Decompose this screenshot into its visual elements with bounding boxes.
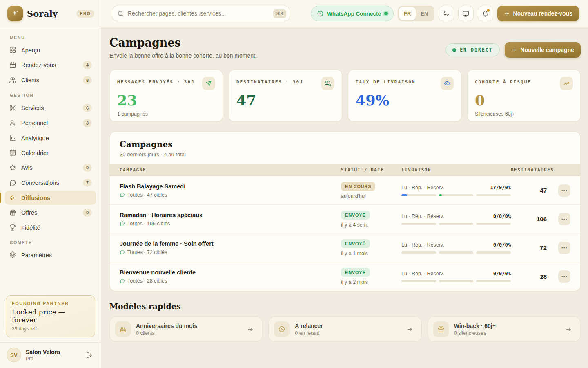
quick-template-card[interactable]: À relancer 0 en retard (268, 316, 421, 342)
table-row[interactable]: Flash Balayage Samedi Toutes · 47 ciblés… (110, 176, 580, 205)
sidebar: Soraly PRO MENU Aperçu Rendez-vous4 Clie… (0, 0, 101, 368)
search-input[interactable] (128, 10, 270, 17)
row-more-button[interactable]: ⋯ (558, 213, 570, 225)
sidebar-item-label: Paramètres (21, 252, 92, 258)
delivery-percentages: 0/0/0% (493, 213, 511, 219)
sidebar-item-badge: 4 (83, 61, 92, 69)
status-date: il y a 1 mois (341, 251, 401, 256)
notifications-button[interactable] (478, 6, 493, 21)
row-more-button[interactable]: ⋯ (558, 242, 570, 254)
quick-template-title: Win-back · 60j+ (454, 323, 560, 329)
quick-template-card[interactable]: Anniversaires du mois 0 clients (109, 316, 263, 342)
table-row[interactable]: Journée de la femme · Soin offert Toutes… (110, 233, 580, 262)
stat-sub: 1 campagnes (117, 111, 215, 117)
status-cell: EN COURS aujourd'hui (341, 182, 401, 199)
stat-card: COHORTE À RISQUE 0 Silencieuses 60j+ (467, 70, 581, 122)
user-plan: Pro (26, 356, 79, 361)
new-campaign-label: Nouvelle campagne (521, 47, 575, 53)
stat-label: TAUX DE LIVRAISON (356, 77, 416, 85)
campaign-target-label: Toutes · 28 ciblés (127, 278, 167, 284)
row-more-button[interactable]: ⋯ (558, 270, 570, 283)
sidebar-item-fidelite[interactable]: Fidélité (5, 220, 96, 235)
sidebar-item-avis[interactable]: Avis0 (5, 160, 96, 175)
logout-icon (86, 352, 93, 359)
recipients-count: 72 (511, 244, 547, 251)
lang-en-button[interactable]: EN (416, 7, 433, 20)
sidebar-item-badge: 7 (83, 179, 92, 187)
delivery-cell: Lu · Rép. · Réserv. 0/0/0% (401, 271, 511, 282)
delivery-bar-fill (401, 194, 407, 196)
live-badge: EN DIRECT (445, 43, 499, 56)
send-icon (202, 77, 215, 90)
col-destinataires: DESTINATAIRES (511, 167, 547, 173)
brand-name: Soraly (27, 9, 72, 19)
sidebar-item-offres[interactable]: Offres0 (5, 205, 96, 220)
sidebar-item-analytique[interactable]: Analytique (5, 131, 96, 145)
sidebar-item-services[interactable]: Services6 (5, 101, 96, 115)
lang-fr-button[interactable]: FR (399, 7, 416, 20)
search-shortcut: ⌘K (273, 9, 286, 18)
stat-sub: Silencieuses 60j+ (475, 111, 573, 117)
quick-template-title: Anniversaires du mois (136, 323, 242, 329)
nav-section-label: MENU (0, 30, 101, 43)
promo-eyebrow: FOUNDING PARTNER (12, 301, 89, 306)
delivery-bar-track (476, 280, 511, 282)
plus-icon (511, 47, 517, 53)
sidebar-item-label: Avis (21, 164, 78, 171)
campaign-target: Toutes · 47 ciblés (120, 192, 341, 198)
dark-mode-button[interactable] (439, 6, 454, 21)
sidebar-item-parametres[interactable]: Paramètres (5, 248, 96, 262)
promo-days-left: 29 days left (12, 326, 89, 332)
users-icon (321, 77, 334, 90)
table-row[interactable]: Bienvenue nouvelle cliente Toutes · 28 c… (110, 262, 580, 291)
delivery-bar-track (439, 223, 474, 225)
monitor-icon (462, 10, 469, 17)
logout-button[interactable] (84, 350, 94, 360)
row-more-button[interactable]: ⋯ (558, 184, 570, 197)
sidebar-item-conversations[interactable]: Conversations7 (5, 175, 96, 190)
campaign-cell: Flash Balayage Samedi Toutes · 47 ciblés (120, 183, 341, 198)
recipients-count: 106 (511, 215, 547, 222)
chat-icon (120, 278, 125, 284)
table-header-row: CAMPAGNE STATUT / DATE LIVRAISON DESTINA… (110, 164, 580, 176)
campaigns-table-title: Campagnes (120, 139, 570, 149)
nav-section-label: GESTION (0, 88, 101, 100)
sidebar-item-label: Rendez-vous (21, 62, 78, 68)
sidebar-item-badge: 8 (83, 76, 92, 84)
sidebar-item-apercu[interactable]: Aperçu (5, 43, 96, 57)
soraly-logo-icon (7, 6, 23, 21)
quick-template-sub: 0 silencieuses (454, 330, 560, 336)
megaphone-icon (9, 194, 17, 202)
status-cell: ENVOYÉ il y a 4 sem. (341, 211, 401, 228)
campaign-name: Flash Balayage Samedi (120, 183, 341, 190)
delivery-label: Lu · Rép. · Réserv. (401, 242, 444, 248)
sidebar-item-rendez-vous[interactable]: Rendez-vous4 (5, 58, 96, 72)
sidebar-item-diffusions[interactable]: Diffusions (5, 191, 96, 205)
campaign-name: Ramadan · Horaires spéciaux (120, 212, 341, 218)
quick-template-sub: 0 en retard (295, 330, 401, 336)
new-appointment-button[interactable]: Nouveau rendez-vous (497, 6, 579, 21)
search-icon (117, 10, 124, 17)
sidebar-item-calendrier[interactable]: Calendrier (5, 146, 96, 160)
search-box[interactable]: ⌘K (112, 6, 290, 21)
display-mode-button[interactable] (458, 6, 474, 21)
sidebar-item-label: Analytique (21, 135, 92, 141)
status-badge: ENVOYÉ (341, 211, 370, 220)
quick-template-card[interactable]: Win-back · 60j+ 0 silencieuses (428, 316, 581, 342)
founding-partner-card[interactable]: FOUNDING PARTNER Locked price — forever … (6, 295, 95, 337)
sidebar-item-label: Aperçu (21, 47, 92, 54)
sidebar-item-clients[interactable]: Clients8 (5, 73, 96, 88)
table-row[interactable]: Ramadan · Horaires spéciaux Toutes · 106… (110, 205, 580, 233)
user-name: Salon Velora (26, 349, 79, 355)
whatsapp-status-pill[interactable]: WhatsApp Connecté (311, 6, 394, 21)
page-title: Campagnes (109, 36, 257, 49)
gear-icon (9, 251, 17, 259)
sidebar-item-personnel[interactable]: Personnel3 (5, 116, 96, 130)
cake-icon (115, 321, 131, 337)
new-campaign-button[interactable]: Nouvelle campagne (505, 42, 581, 58)
col-statut-date: STATUT / DATE (341, 167, 401, 173)
recipients-count: 47 (511, 187, 547, 194)
main: ⌘K WhatsApp Connecté FR EN Nouveau rende… (101, 0, 588, 368)
delivery-label: Lu · Rép. · Réserv. (401, 185, 444, 191)
delivery-label: Lu · Rép. · Réserv. (401, 271, 444, 276)
